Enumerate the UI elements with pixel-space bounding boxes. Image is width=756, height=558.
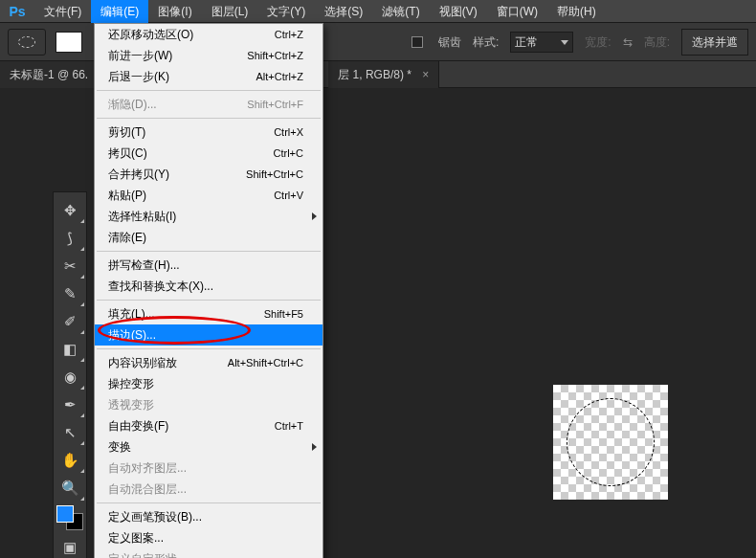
tool-flyout-indicator-icon	[80, 413, 84, 417]
menu-row[interactable]: 前进一步(W)Shift+Ctrl+Z	[95, 45, 322, 66]
menu-item[interactable]: 图层(L)	[202, 0, 258, 23]
menu-row-label: 自动混合图层...	[108, 481, 187, 498]
menu-row-label: 查找和替换文本(X)...	[108, 279, 213, 295]
menu-item[interactable]: 滤镜(T)	[372, 0, 429, 23]
menu-item[interactable]: 文字(Y)	[257, 0, 315, 23]
foreground-color-swatch[interactable]	[56, 505, 74, 523]
antialias-checkbox[interactable]	[411, 36, 423, 48]
edit-menu-dropdown[interactable]: 还原移动选区(O)Ctrl+Z前进一步(W)Shift+Ctrl+Z后退一步(K…	[94, 23, 323, 558]
menu-row[interactable]: 变换	[95, 436, 322, 458]
style-value: 正常	[515, 34, 538, 51]
menu-row-label: 合并拷贝(Y)	[108, 167, 169, 183]
tool-flyout-indicator-icon	[80, 386, 84, 390]
menu-row[interactable]: 填充(L)...Shift+F5	[95, 303, 322, 324]
menu-row[interactable]: 自由变换(F)Ctrl+T	[95, 415, 322, 436]
submenu-arrow-icon	[312, 443, 317, 451]
menu-row-label: 操控变形	[108, 376, 154, 392]
menu-row-label: 透视变形	[108, 397, 154, 413]
menu-row[interactable]: 拷贝(C)Ctrl+C	[95, 143, 322, 164]
menu-shortcut: Alt+Ctrl+Z	[256, 71, 303, 82]
menu-shortcut: Ctrl+X	[274, 126, 303, 138]
menu-row-label: 定义自定形状...	[108, 551, 187, 559]
menu-row-label: 选择性粘贴(I)	[108, 209, 176, 225]
blur-tool[interactable]: ◉	[55, 364, 85, 391]
menu-item[interactable]: 视图(V)	[430, 0, 487, 23]
tool-flyout-indicator-icon	[80, 330, 84, 334]
menu-row[interactable]: 粘贴(P)Ctrl+V	[95, 185, 322, 206]
menu-shortcut: Ctrl+V	[274, 190, 303, 201]
menu-row[interactable]: 定义画笔预设(B)...	[95, 506, 322, 527]
document-tab-remainder[interactable]: 层 1, RGB/8) * ×	[328, 61, 439, 88]
menu-row[interactable]: 还原移动选区(O)Ctrl+Z	[95, 24, 322, 45]
quick-mask-icon[interactable]: ▣	[55, 534, 85, 558]
menu-shortcut: Shift+F5	[264, 308, 303, 320]
move-tool[interactable]: ✥	[55, 197, 85, 224]
menu-row[interactable]: 选择性粘贴(I)	[95, 206, 322, 227]
menu-row-label: 描边(S)...	[108, 327, 156, 344]
menu-shortcut: Shift+Ctrl+Z	[247, 50, 303, 61]
lasso-tool[interactable]: ⟆	[55, 225, 85, 252]
brush-tool[interactable]: ✐	[55, 308, 85, 335]
menu-row[interactable]: 内容识别缩放Alt+Shift+Ctrl+C	[95, 352, 322, 373]
eraser-tool[interactable]: ◧	[55, 336, 85, 363]
hand-tool[interactable]: ✋	[55, 447, 85, 474]
tool-flyout-indicator-icon	[80, 247, 84, 251]
menu-row[interactable]: 描边(S)...	[95, 324, 322, 346]
path-tool[interactable]: ↖	[55, 419, 85, 446]
pen-tool[interactable]: ✒	[55, 391, 85, 418]
tool-flyout-indicator-icon	[80, 275, 84, 279]
menu-row[interactable]: 定义图案...	[95, 527, 322, 548]
menu-row-label: 拷贝(C)	[108, 145, 147, 162]
menu-row: 自动混合图层...	[95, 479, 322, 500]
menu-row-label: 粘贴(P)	[108, 188, 146, 204]
crop-tool[interactable]: ✂	[55, 253, 85, 279]
document-tab[interactable]: 未标题-1 @ 66.	[0, 61, 99, 88]
menu-item[interactable]: 选择(S)	[315, 0, 372, 23]
style-select[interactable]: 正常	[510, 32, 573, 53]
ps-logo: Ps	[0, 0, 34, 23]
fill-swatch[interactable]	[56, 32, 82, 53]
menu-row[interactable]: 拼写检查(H)...	[95, 255, 322, 276]
menu-separator	[97, 348, 321, 349]
menu-item[interactable]: 图像(I)	[148, 0, 201, 23]
menu-row-label: 还原移动选区(O)	[108, 27, 193, 43]
menu-row[interactable]: 查找和替换文本(X)...	[95, 276, 322, 297]
menu-row[interactable]: 合并拷贝(Y)Shift+Ctrl+C	[95, 164, 322, 185]
menu-item[interactable]: 帮助(H)	[547, 0, 606, 23]
tool-flyout-indicator-icon	[80, 441, 84, 445]
tools-panel: ✥⟆✂✎✐◧◉✒↖✋🔍▣▭	[53, 191, 87, 558]
menu-item[interactable]: 窗口(W)	[487, 0, 547, 23]
menu-row-label: 定义画笔预设(B)...	[108, 509, 202, 525]
menu-item[interactable]: 文件(F)	[34, 0, 91, 23]
menu-row[interactable]: 操控变形	[95, 373, 322, 394]
options-right: 锯齿 样式: 正常 宽度: ⇆ 高度: 选择并遮	[411, 23, 756, 61]
menu-row[interactable]: 清除(E)	[95, 227, 322, 248]
menu-row-label: 前进一步(W)	[108, 48, 172, 64]
menu-row: 自动对齐图层...	[95, 458, 322, 479]
menu-row-label: 清除(E)	[108, 230, 146, 246]
menu-item[interactable]: 编辑(E)	[91, 0, 148, 23]
tool-flyout-indicator-icon	[80, 469, 84, 473]
document-tab-left: 未标题-1 @ 66.	[10, 68, 88, 81]
close-tab-icon[interactable]: ×	[422, 68, 429, 81]
tool-flyout-indicator-icon	[80, 302, 84, 306]
select-and-mask-button[interactable]: 选择并遮	[681, 29, 748, 56]
tool-flyout-indicator-icon	[80, 219, 84, 223]
canvas[interactable]	[553, 385, 668, 500]
menu-row: 渐隐(D)...Shift+Ctrl+F	[95, 94, 322, 115]
menu-shortcut: Shift+Ctrl+F	[247, 99, 303, 110]
menu-separator	[97, 118, 321, 119]
menu-row-label: 变换	[108, 439, 131, 456]
menu-row[interactable]: 后退一步(K)Alt+Ctrl+Z	[95, 66, 322, 87]
menu-row: 透视变形	[95, 394, 322, 415]
menu-row[interactable]: 剪切(T)Ctrl+X	[95, 122, 322, 143]
zoom-tool[interactable]: 🔍	[55, 475, 85, 502]
marquee-tool-preset[interactable]	[8, 29, 46, 56]
color-swatches[interactable]	[56, 505, 83, 530]
menu-separator	[97, 251, 321, 252]
menu-separator	[97, 502, 321, 503]
menu-separator	[97, 300, 321, 301]
eyedropper-tool[interactable]: ✎	[55, 280, 85, 307]
height-label: 高度:	[644, 34, 670, 51]
swap-wh-icon[interactable]: ⇆	[623, 35, 633, 49]
